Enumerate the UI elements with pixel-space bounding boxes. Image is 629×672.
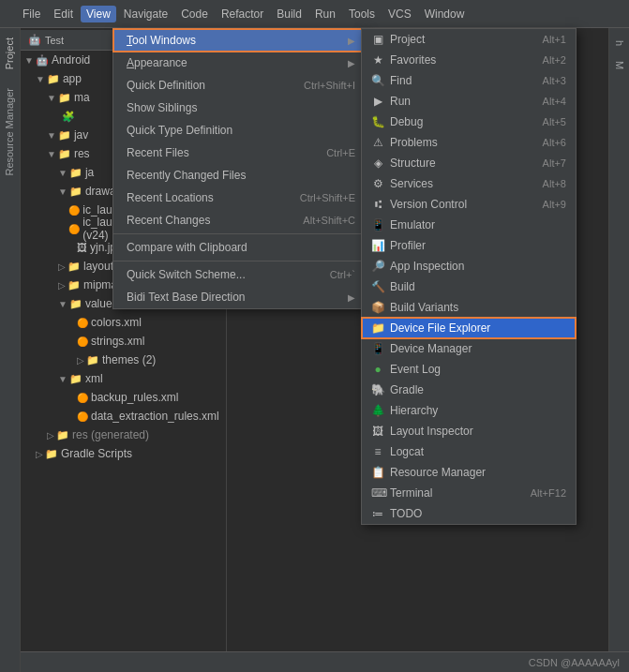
tree-label: Android xyxy=(52,53,90,67)
shortcut-label: Ctrl+` xyxy=(330,269,355,280)
vcs-icon: ⑆ xyxy=(371,198,384,211)
shortcut-label: Ctrl+Shift+E xyxy=(300,192,355,203)
view-menu-item-quick-switch[interactable]: Quick Switch Scheme... Ctrl+` xyxy=(113,263,365,286)
folder-icon: 📁 xyxy=(45,448,58,460)
tw-item-event-log[interactable]: ● Event Log xyxy=(362,359,576,380)
tw-item-gradle[interactable]: 🐘 Gradle xyxy=(362,380,576,400)
tw-item-emulator[interactable]: 📱 Emulator xyxy=(362,215,576,235)
tw-label: Logcat xyxy=(390,445,566,458)
menu-item-refactor[interactable]: Refactor xyxy=(216,6,269,22)
tw-item-layout-inspector[interactable]: 🖼 Layout Inspector xyxy=(362,421,576,441)
tree-item-gradle-scripts[interactable]: ▷ 📁 Gradle Scripts xyxy=(21,444,226,463)
folder-icon: 📁 xyxy=(47,73,60,85)
tw-item-build[interactable]: 🔨 Build xyxy=(362,276,576,297)
debug-icon: 🐛 xyxy=(371,115,384,128)
folder-icon: 📁 xyxy=(69,298,82,310)
menu-item-vcs[interactable]: VCS xyxy=(382,6,417,22)
tree-item-colors[interactable]: 🟠 colors.xml xyxy=(21,313,226,332)
menu-item-tools[interactable]: Tools xyxy=(343,6,381,22)
view-menu-item-tool-windows[interactable]: Tool Windows ▶ xyxy=(113,29,365,52)
tw-label: Problems xyxy=(390,136,543,149)
tw-item-todo[interactable]: ≔ TODO xyxy=(362,503,576,524)
view-menu-item-quick-definition[interactable]: Quick Definition Ctrl+Shift+I xyxy=(113,74,365,97)
services-icon: ⚙ xyxy=(371,177,384,190)
sidebar-tab-resource-manager[interactable]: Resource Manager xyxy=(0,79,20,186)
menu-label: Bidi Text Base Direction xyxy=(127,291,246,304)
menu-item-navigate[interactable]: Navigate xyxy=(118,6,173,22)
arrow-icon: ▷ xyxy=(77,355,84,366)
view-menu-item-compare-clipboard[interactable]: Compare with Clipboard xyxy=(113,236,365,259)
tw-item-hierarchy[interactable]: 🌲 Hierarchy xyxy=(362,400,576,421)
right-tab-m[interactable]: M xyxy=(612,53,627,77)
tw-item-services[interactable]: ⚙ Services Alt+8 xyxy=(362,173,576,194)
tw-item-profiler[interactable]: 📊 Profiler xyxy=(362,235,576,256)
view-menu-item-show-siblings[interactable]: Show Siblings xyxy=(113,97,365,119)
shortcut-label: Alt+F12 xyxy=(531,487,566,499)
tw-label: Structure xyxy=(390,157,543,170)
sidebar-tab-project[interactable]: Project xyxy=(0,28,20,79)
tw-item-structure[interactable]: ◈ Structure Alt+7 xyxy=(362,153,576,173)
tree-item-xml[interactable]: ▼ 📁 xml xyxy=(21,369,226,388)
menu-item-view[interactable]: View xyxy=(81,6,116,22)
folder-icon: 📁 xyxy=(67,279,81,291)
arrow-icon: ▼ xyxy=(47,149,56,159)
tree-item-strings[interactable]: 🟠 strings.xml xyxy=(21,332,226,351)
tw-item-debug[interactable]: 🐛 Debug Alt+5 xyxy=(362,112,576,132)
arrow-icon: ▼ xyxy=(47,130,56,141)
tw-item-logcat[interactable]: ≡ Logcat xyxy=(362,441,576,462)
view-menu-item-recent-changes[interactable]: Recent Changes Alt+Shift+C xyxy=(113,209,365,231)
tree-label: Gradle Scripts xyxy=(61,447,132,460)
shortcut-label: Ctrl+E xyxy=(326,147,355,158)
right-tab-h[interactable]: h xyxy=(612,33,627,53)
tree-label: xml xyxy=(85,372,103,385)
view-menu-item-appearance[interactable]: Appearance ▶ xyxy=(113,52,365,74)
arrow-icon: ▷ xyxy=(47,430,54,441)
tree-item-themes[interactable]: ▷ 📁 themes (2) xyxy=(21,351,226,369)
tree-label: colors.xml xyxy=(91,316,142,329)
event-log-icon: ● xyxy=(371,363,384,376)
view-menu-item-recently-changed[interactable]: Recently Changed Files xyxy=(113,164,365,187)
menu-item-code[interactable]: Code xyxy=(175,6,214,22)
tw-item-find[interactable]: 🔍 Find Alt+3 xyxy=(362,70,576,91)
tw-item-device-file-explorer[interactable]: 📁 Device File Explorer xyxy=(362,318,576,338)
tw-item-terminal[interactable]: ⌨ Terminal Alt+F12 xyxy=(362,483,576,503)
view-menu-item-bidi[interactable]: Bidi Text Base Direction ▶ xyxy=(113,286,365,308)
view-menu-item-quick-type[interactable]: Quick Type Definition xyxy=(113,119,365,142)
folder-icon: 📁 xyxy=(58,148,71,160)
tw-item-build-variants[interactable]: 📦 Build Variants xyxy=(362,297,576,318)
tw-label: Services xyxy=(390,177,543,190)
menu-item-window[interactable]: Window xyxy=(419,6,471,22)
folder-icon: 📁 xyxy=(86,354,99,366)
menu-item-file[interactable]: File xyxy=(17,6,46,22)
tw-item-project[interactable]: ▣ Project Alt+1 xyxy=(362,29,576,50)
tw-item-version-control[interactable]: ⑆ Version Control Alt+9 xyxy=(362,194,576,215)
submenu-arrow-icon: ▶ xyxy=(348,36,355,46)
menu-item-edit[interactable]: Edit xyxy=(48,6,79,22)
left-sidebar-tabs: Project Resource Manager xyxy=(0,28,21,672)
tw-item-resource-manager[interactable]: 📋 Resource Manager xyxy=(362,462,576,483)
menu-label: Quick Type Definition xyxy=(127,124,232,137)
menu-label: Tool Windows xyxy=(127,34,196,47)
view-menu-item-recent-locations[interactable]: Recent Locations Ctrl+Shift+E xyxy=(113,187,365,209)
tw-label: App Inspection xyxy=(390,260,566,273)
folder-icon: 📁 xyxy=(67,261,81,273)
arrow-icon: ▼ xyxy=(58,374,67,384)
shortcut-label: Alt+2 xyxy=(543,54,566,66)
menu-item-build[interactable]: Build xyxy=(271,6,307,22)
resource-manager-icon: 📋 xyxy=(371,466,384,479)
tw-item-device-manager[interactable]: 📱 Device Manager xyxy=(362,338,576,359)
tw-item-run[interactable]: ▶ Run Alt+4 xyxy=(362,91,576,112)
tree-item-data-extraction[interactable]: 🟠 data_extraction_rules.xml xyxy=(21,407,226,426)
shortcut-label: Alt+5 xyxy=(543,116,566,127)
tw-item-app-inspection[interactable]: 🔎 App Inspection xyxy=(362,256,576,276)
view-menu-item-recent-files[interactable]: Recent Files Ctrl+E xyxy=(113,142,365,164)
arrow-icon: ▼ xyxy=(58,168,67,178)
tw-item-problems[interactable]: ⚠ Problems Alt+6 xyxy=(362,132,576,153)
tree-item-res-generated[interactable]: ▷ 📁 res (generated) xyxy=(21,426,226,444)
menu-item-run[interactable]: Run xyxy=(309,6,341,22)
tree-item-backup[interactable]: 🟠 backup_rules.xml xyxy=(21,388,226,407)
tw-item-favorites[interactable]: ★ Favorites Alt+2 xyxy=(362,50,576,70)
xml-icon: 🟠 xyxy=(77,393,88,403)
tw-label: Profiler xyxy=(390,239,566,252)
hierarchy-icon: 🌲 xyxy=(371,404,384,417)
